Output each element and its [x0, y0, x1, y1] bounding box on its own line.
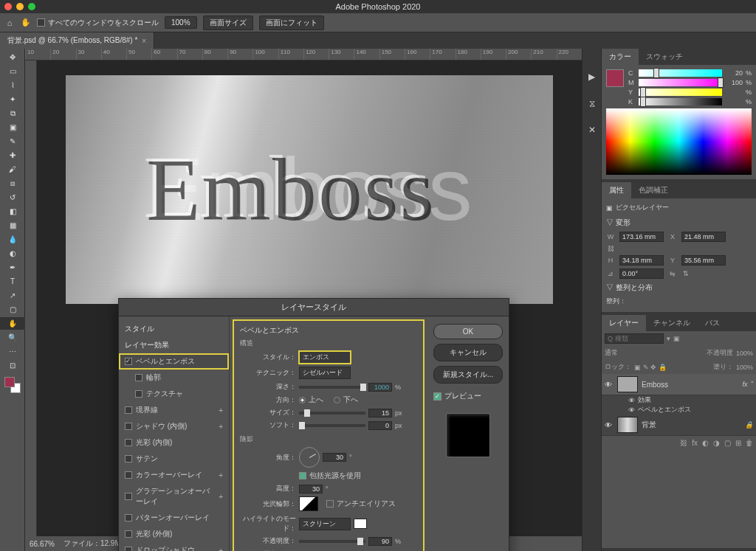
color-swatches[interactable] [4, 377, 21, 393]
tab-paths[interactable]: パス [698, 315, 727, 331]
path-tool[interactable]: ↗ [0, 289, 25, 302]
angle-dial[interactable] [299, 447, 320, 468]
opacity-value[interactable]: 100% [736, 350, 753, 357]
layer-row-emboss[interactable]: 👁 Emboss fx ˅ [602, 374, 756, 395]
ok-button[interactable]: OK [433, 324, 503, 339]
gloss-contour-picker[interactable] [299, 496, 318, 511]
tab-channels[interactable]: チャンネル [646, 315, 698, 331]
style-texture[interactable]: テクスチャ [119, 386, 229, 402]
blend-mode-select[interactable]: 通常 [605, 348, 618, 358]
altitude-input[interactable]: 30 [299, 485, 323, 493]
soften-slider[interactable] [299, 424, 365, 427]
style-satin[interactable]: サテン [119, 451, 229, 467]
layer-thumbnail[interactable] [617, 376, 638, 392]
layer-thumbnail[interactable] [617, 417, 638, 433]
close-tab-icon[interactable]: × [142, 37, 146, 45]
style-inner-glow[interactable]: 光彩 (内側) [119, 434, 229, 451]
blur-tool[interactable]: 💧 [0, 233, 25, 246]
group-icon[interactable]: ▢ [724, 439, 731, 447]
hand-tool[interactable]: ✋ [0, 317, 25, 330]
direction-down-radio[interactable] [334, 397, 340, 403]
move-tool[interactable]: ✥ [0, 51, 25, 63]
highlight-color-swatch[interactable] [354, 519, 367, 529]
fx-badge[interactable]: fx ˅ [742, 381, 753, 388]
filter-icon2[interactable]: ▣ [673, 335, 680, 342]
type-tool[interactable]: T [0, 275, 25, 288]
gradient-tool[interactable]: ▦ [0, 219, 25, 232]
angle-input[interactable]: 30 [323, 453, 346, 462]
foreground-color[interactable] [4, 377, 15, 387]
eyedropper-tool[interactable]: ✎ [0, 135, 25, 148]
style-color-overlay[interactable]: カラーオーバーレイ+ [119, 467, 229, 483]
technique-select[interactable]: シゼルハード [299, 367, 351, 379]
y-input[interactable] [681, 255, 726, 266]
zoom-display[interactable]: 66.67% [30, 540, 55, 548]
link-layers-icon[interactable]: ⛓ [680, 439, 687, 447]
magenta-slider[interactable] [639, 79, 722, 86]
cancel-button[interactable]: キャンセル [433, 344, 503, 361]
tab-adjustments[interactable]: 色調補正 [631, 182, 676, 198]
wand-tool[interactable]: ✦ [0, 93, 25, 105]
scroll-all-checkbox[interactable]: すべてのウィンドウをスクロール [37, 18, 159, 28]
hand-tool-icon[interactable]: ✋ [21, 18, 31, 28]
fx-icon[interactable]: fx [692, 439, 698, 447]
antialias-checkbox[interactable] [326, 500, 334, 507]
size-slider[interactable] [299, 412, 365, 415]
layer-row-background[interactable]: 👁 背景 🔒 [602, 415, 756, 436]
history-brush-tool[interactable]: ↺ [0, 191, 25, 204]
document-tab[interactable]: 背景.psd @ 66.7% (Emboss, RGB/8#) * × [0, 32, 154, 49]
highlight-opacity-slider[interactable] [299, 540, 365, 543]
visibility-icon[interactable]: 👁 [605, 421, 614, 429]
fill-screen-button[interactable]: 画面にフィット [259, 15, 324, 30]
adjustment-icon[interactable]: ◑ [713, 439, 720, 447]
styles-header[interactable]: スタイル [119, 321, 229, 337]
new-style-button[interactable]: 新規スタイル... [433, 366, 503, 384]
preview-checkbox[interactable]: ✓プレビュー [433, 391, 503, 401]
zoom-tool[interactable]: 🔍 [0, 331, 25, 344]
style-drop-shadow[interactable]: ドロップシャドウ+ [119, 542, 229, 551]
yellow-slider[interactable] [639, 89, 722, 96]
brush-settings-icon[interactable]: ✕ [586, 124, 598, 136]
style-stroke[interactable]: 境界線+ [119, 402, 229, 418]
minimize-window-button[interactable] [16, 3, 24, 10]
transform-section[interactable]: 変形 [616, 218, 630, 226]
layer-fx-effects[interactable]: 👁効果 [602, 395, 756, 405]
direction-up-radio[interactable] [299, 397, 306, 403]
x-input[interactable] [681, 232, 726, 242]
zoom-level-button[interactable]: 100% [165, 16, 197, 29]
size-input[interactable]: 15 [368, 409, 392, 417]
style-contour[interactable]: 輪郭 [119, 370, 229, 386]
flip-h-icon[interactable]: ⇋ [668, 270, 677, 277]
maximize-window-button[interactable] [28, 3, 35, 10]
marquee-tool[interactable]: ▭ [0, 65, 25, 77]
style-outer-glow[interactable]: 光彩 (外側) [119, 526, 229, 542]
depth-slider[interactable] [299, 386, 365, 389]
global-light-checkbox[interactable] [299, 472, 306, 479]
filter-icon[interactable]: ▾ [667, 335, 670, 342]
close-window-button[interactable] [4, 3, 12, 10]
eraser-tool[interactable]: ◧ [0, 205, 25, 218]
tab-swatches[interactable]: スウォッチ [639, 49, 690, 65]
crop-tool[interactable]: ⧉ [0, 107, 25, 119]
new-layer-icon[interactable]: ⊞ [735, 439, 741, 447]
style-pattern-overlay[interactable]: パターンオーバーレイ [119, 510, 229, 526]
cyan-slider[interactable] [639, 69, 722, 77]
link-icon[interactable]: ⛓ [606, 245, 615, 252]
healing-tool[interactable]: ✚ [0, 149, 25, 162]
visibility-icon[interactable]: 👁 [605, 381, 614, 389]
color-spectrum[interactable] [606, 108, 752, 175]
lasso-tool[interactable]: ⌇ [0, 79, 25, 91]
mask-icon[interactable]: ◐ [702, 439, 709, 447]
layer-fx-bevel[interactable]: 👁ベベルとエンボス [602, 405, 756, 415]
edit-toolbar[interactable]: ⊡ [0, 359, 25, 372]
home-icon[interactable]: ⌂ [4, 18, 15, 28]
tab-layers[interactable]: レイヤー [602, 315, 646, 331]
layer-name[interactable]: Emboss [642, 381, 668, 389]
delete-icon[interactable]: 🗑 [746, 439, 753, 447]
fill-value[interactable]: 100% [736, 364, 753, 371]
stamp-tool[interactable]: ⧈ [0, 177, 25, 190]
shape-tool[interactable]: ▢ [0, 303, 25, 316]
brush-tool[interactable]: 🖌 [0, 163, 25, 176]
color-swatch-icon[interactable] [606, 69, 624, 87]
highlight-opacity-input[interactable]: 90 [368, 537, 392, 546]
